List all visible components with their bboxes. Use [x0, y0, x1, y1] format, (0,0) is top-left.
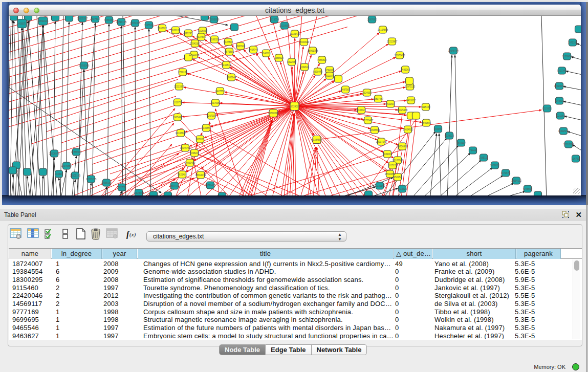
svg-text:7663822: 7663822 [158, 27, 167, 30]
svg-text:134519: 134519 [55, 173, 63, 176]
svg-text:8322037: 8322037 [287, 61, 296, 63]
svg-text:7515526: 7515526 [144, 24, 154, 27]
svg-text:5498222: 5498222 [190, 152, 199, 155]
svg-text:8471676: 8471676 [501, 172, 510, 174]
svg-text:9084067: 9084067 [383, 153, 392, 156]
svg-text:18907249: 18907249 [376, 141, 387, 143]
svg-text:9226058: 9226058 [198, 30, 207, 32]
svg-text:9463627: 9463627 [406, 99, 416, 102]
svg-text:(x): (x) [129, 231, 136, 238]
svg-text:1588520: 1588520 [274, 57, 284, 59]
svg-text:16914479: 16914479 [195, 174, 206, 177]
svg-text:10688609: 10688609 [369, 129, 380, 132]
svg-text:10958187: 10958187 [101, 182, 112, 184]
svg-text:17359924: 17359924 [71, 151, 82, 154]
svg-text:10543382: 10543382 [190, 42, 201, 45]
svg-text:10046738: 10046738 [180, 147, 191, 149]
svg-text:8454749: 8454749 [249, 49, 258, 51]
svg-text:10053809: 10053809 [209, 18, 220, 21]
svg-text:9245652: 9245652 [523, 188, 532, 190]
svg-text:164095: 164095 [434, 128, 442, 130]
svg-text:19218506: 19218506 [279, 25, 290, 27]
svg-text:9115460: 9115460 [421, 106, 430, 108]
svg-text:1244415: 1244415 [555, 100, 564, 102]
svg-text:22420046: 22420046 [189, 54, 200, 56]
svg-text:2935114: 2935114 [479, 157, 488, 159]
svg-text:10025438: 10025438 [397, 109, 408, 112]
svg-text:9327500: 9327500 [197, 36, 206, 38]
svg-text:9875685: 9875685 [225, 51, 234, 53]
svg-text:8813054: 8813054 [270, 18, 279, 21]
svg-text:17957225: 17957225 [86, 178, 97, 181]
svg-text:1965492: 1965492 [173, 116, 182, 119]
svg-text:14136141: 14136141 [375, 185, 385, 187]
svg-text:2087682: 2087682 [367, 18, 377, 21]
svg-text:1815152: 1815152 [388, 164, 397, 167]
svg-text:9227343: 9227343 [557, 70, 567, 72]
svg-text:9242843: 9242843 [222, 64, 231, 67]
svg-text:6879197: 6879197 [456, 142, 466, 144]
svg-text:20053346: 20053346 [79, 64, 90, 67]
svg-text:18524851: 18524851 [385, 173, 396, 176]
svg-text:10655287: 10655287 [77, 17, 88, 20]
svg-text:12505185: 12505185 [70, 174, 81, 177]
svg-text:14099489: 14099489 [185, 162, 195, 164]
svg-text:8215955: 8215955 [542, 107, 552, 110]
svg-text:10671355: 10671355 [130, 22, 141, 25]
svg-text:8427552: 8427552 [215, 90, 225, 93]
svg-text:1733426: 1733426 [398, 188, 407, 190]
svg-text:8990448: 8990448 [313, 71, 322, 73]
svg-text:19654923: 19654923 [403, 128, 413, 131]
svg-text:9699695: 9699695 [422, 122, 431, 124]
svg-text:10120746: 10120746 [393, 159, 403, 162]
svg-text:6794028: 6794028 [325, 69, 334, 72]
svg-text:9660124: 9660124 [171, 29, 180, 32]
svg-text:1021064: 1021064 [556, 115, 565, 117]
svg-text:10654112: 10654112 [511, 180, 522, 182]
svg-text:19166827: 19166827 [176, 132, 186, 135]
svg-text:9857791: 9857791 [170, 185, 179, 187]
svg-text:10648784: 10648784 [448, 50, 459, 52]
svg-text:19756928: 19756928 [397, 145, 408, 148]
svg-text:9129966: 9129966 [562, 55, 572, 58]
svg-text:12213369: 12213369 [174, 85, 185, 88]
svg-text:7625402: 7625402 [178, 173, 187, 176]
svg-text:8186328: 8186328 [210, 38, 219, 41]
svg-text:252254: 252254 [394, 176, 402, 179]
svg-text:12923448: 12923448 [134, 192, 144, 194]
svg-text:10807487: 10807487 [373, 98, 384, 100]
svg-text:1527602: 1527602 [91, 18, 100, 20]
svg-text:15716485: 15716485 [205, 184, 216, 187]
svg-text:1621072: 1621072 [325, 75, 334, 77]
svg-text:74444: 74444 [470, 149, 476, 152]
svg-text:2967608: 2967608 [236, 45, 245, 48]
svg-text:20691406: 20691406 [38, 20, 49, 23]
svg-text:3324554: 3324554 [362, 92, 372, 94]
svg-text:11325419: 11325419 [290, 33, 300, 35]
svg-text:19975887: 19975887 [61, 165, 72, 167]
svg-text:782759: 782759 [118, 186, 126, 189]
svg-text:19384554: 19384554 [312, 139, 322, 141]
svg-text:217005: 217005 [211, 102, 220, 104]
svg-text:887833: 887833 [196, 138, 204, 141]
svg-text:15692971: 15692971 [558, 130, 569, 133]
svg-text:16154808: 16154808 [378, 29, 388, 31]
svg-text:10973493: 10973493 [395, 54, 405, 57]
svg-text:16961758: 16961758 [308, 50, 318, 52]
svg-text:20206576: 20206576 [49, 152, 60, 155]
svg-text:2718126: 2718126 [178, 71, 187, 74]
svg-text:12093872: 12093872 [554, 85, 565, 87]
svg-text:62160: 62160 [387, 103, 394, 105]
svg-text:1975107: 1975107 [568, 41, 577, 44]
svg-text:12975115: 12975115 [405, 85, 416, 88]
svg-text:116753: 116753 [572, 158, 580, 160]
svg-text:6466160: 6466160 [104, 19, 114, 21]
svg-text:9146821: 9146821 [262, 52, 271, 55]
svg-text:6938923: 6938923 [445, 135, 454, 137]
svg-text:10719155: 10719155 [116, 21, 127, 24]
svg-text:1405571: 1405571 [17, 23, 27, 25]
svg-text:7386322: 7386322 [357, 109, 366, 112]
svg-text:1135559: 1135559 [202, 127, 211, 129]
svg-text:16640910: 16640910 [299, 41, 310, 43]
svg-text:18300295: 18300295 [268, 112, 279, 115]
